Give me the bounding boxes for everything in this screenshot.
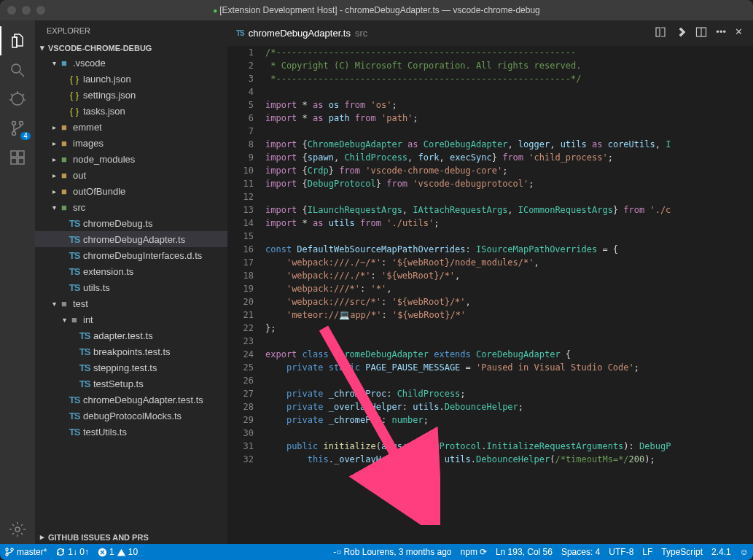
problems-status[interactable]: 1 10	[93, 547, 142, 557]
workspace-name: VSCODE-CHROME-DEBUG	[48, 44, 152, 52]
editor-tab-directory: src	[355, 28, 367, 39]
editor-tab-bar: TS chromeDebugAdapter.ts src ••• ✕	[227, 20, 753, 46]
file-tree-item[interactable]: TStestUtils.ts	[35, 424, 227, 440]
git-branch-status[interactable]: master*	[0, 547, 51, 557]
feedback-icon[interactable]: ☺	[736, 547, 753, 557]
file-tree-label: testUtils.ts	[83, 427, 127, 438]
file-tree-label: extension.ts	[83, 266, 133, 277]
file-tree-item[interactable]: ▸■images	[35, 135, 227, 151]
braces-icon: { }	[69, 106, 80, 117]
file-tree-item[interactable]: TSbreakpoints.test.ts	[35, 343, 227, 359]
status-bar: master* 1↓ 0↑ 1 10 -○ Rob Lourens, 3 mon…	[0, 544, 753, 560]
file-tree-label: out	[73, 170, 86, 181]
file-tree-item[interactable]: TSutils.ts	[35, 279, 227, 295]
language-mode[interactable]: TypeScript	[657, 547, 707, 557]
encoding-status[interactable]: UTF-8	[604, 547, 638, 557]
folder-icon: ■	[58, 138, 70, 149]
file-tree-item[interactable]: ▸■emmet	[35, 119, 227, 135]
file-tree-item[interactable]: TSdebugProtocolMocks.ts	[35, 408, 227, 424]
search-icon	[9, 61, 26, 79]
file-tree-item[interactable]: ▸■node_modules	[35, 151, 227, 167]
ts-icon: TS	[69, 234, 80, 245]
braces-icon: { }	[69, 74, 80, 85]
npm-status[interactable]: npm ⟳	[456, 547, 491, 557]
compare-changes-icon[interactable]	[655, 26, 666, 40]
file-tree-item[interactable]: TSstepping.test.ts	[35, 359, 227, 376]
more-actions-icon[interactable]: •••	[716, 26, 726, 40]
twisty-icon: ▾	[50, 300, 58, 308]
code-editor[interactable]: 1234567891011121314151617181920212223242…	[227, 46, 753, 544]
gear-icon	[9, 521, 26, 538]
source-control-tab[interactable]: 4	[0, 114, 35, 143]
folder-icon: ■	[58, 170, 70, 181]
git-sync-status[interactable]: 1↓ 0↑	[51, 547, 93, 557]
close-editor-icon[interactable]: ✕	[735, 26, 743, 40]
file-tree-item[interactable]: ▾■src	[35, 199, 227, 215]
indentation-status[interactable]: Spaces: 4	[557, 547, 604, 557]
file-tree-item[interactable]: ▾■.vscode	[35, 55, 227, 71]
folder-blue-icon: ■	[58, 58, 70, 69]
window-title: ●[Extension Development Host] - chromeDe…	[0, 5, 753, 15]
file-tree-label: debugProtocolMocks.ts	[83, 411, 182, 421]
workspace-section-header[interactable]: ▾ VSCODE-CHROME-DEBUG	[35, 41, 227, 55]
settings-tab[interactable]	[0, 515, 35, 544]
svg-rect-12	[18, 151, 24, 157]
file-tree-item[interactable]: { }launch.json	[35, 71, 227, 87]
svg-line-4	[11, 94, 12, 96]
file-tree-label: images	[73, 138, 104, 149]
ts-icon: TS	[69, 250, 80, 261]
cursor-position[interactable]: Ln 193, Col 56	[491, 547, 557, 557]
file-tree-item[interactable]: ▸■outOfBundle	[35, 183, 227, 199]
code-lines[interactable]: /*--------------------------------------…	[262, 46, 753, 544]
file-tree-item[interactable]: { }settings.json	[35, 87, 227, 103]
twisty-icon: ▸	[50, 139, 58, 147]
file-tree-item[interactable]: ▸■out	[35, 167, 227, 183]
file-tree-label: stepping.test.ts	[93, 362, 157, 373]
explorer-tab[interactable]	[0, 26, 35, 55]
svg-point-2	[12, 93, 23, 105]
git-blame-status[interactable]: -○ Rob Lourens, 3 months ago	[329, 547, 456, 557]
editor-tab-filename[interactable]: chromeDebugAdapter.ts	[249, 28, 351, 39]
file-tree-item[interactable]: TSchromeDebug.ts	[35, 215, 227, 231]
twisty-icon: ▾	[50, 203, 58, 211]
error-icon	[98, 548, 107, 557]
folder-green-icon: ■	[58, 202, 70, 213]
file-tree-label: chromeDebugAdapter.ts	[83, 234, 185, 245]
eol-status[interactable]: LF	[638, 547, 657, 557]
ts-icon: TS	[79, 330, 90, 341]
file-tree-label: adapter.test.ts	[93, 330, 153, 341]
file-tree-item[interactable]: ▾■test	[35, 295, 227, 311]
ts-icon: TS	[69, 411, 80, 421]
debug-tab[interactable]	[0, 85, 35, 114]
ts-icon: TS	[79, 346, 90, 357]
typescript-version[interactable]: 2.4.1	[707, 547, 736, 557]
file-tree-label: int	[83, 314, 93, 325]
svg-point-10	[12, 132, 16, 136]
file-tree-item[interactable]: TStestSetup.ts	[35, 376, 227, 392]
editor-actions: ••• ✕	[655, 26, 747, 40]
file-tree-item[interactable]: ▾■int	[35, 311, 227, 327]
twisty-icon: ▸	[50, 187, 58, 195]
svg-point-15	[15, 527, 20, 532]
svg-point-0	[12, 64, 20, 73]
file-tree-item[interactable]: TSadapter.test.ts	[35, 327, 227, 343]
file-tree-item[interactable]: TSchromeDebugAdapter.test.ts	[35, 392, 227, 408]
file-tree-item[interactable]: TSchromeDebugAdapter.ts	[35, 231, 227, 247]
open-changes-icon[interactable]	[675, 26, 687, 40]
github-issues-section-header[interactable]: ▸ GITHUB ISSUES AND PRS	[35, 530, 227, 544]
explorer-sidebar: EXPLORER ▾ VSCODE-CHROME-DEBUG ▾■.vscode…	[35, 20, 227, 544]
split-editor-icon[interactable]	[695, 26, 707, 40]
file-tree-item[interactable]: TSchromeDebugInterfaces.d.ts	[35, 247, 227, 263]
ts-icon: TS	[79, 378, 90, 389]
sync-icon	[55, 547, 66, 557]
search-tab[interactable]	[0, 55, 35, 85]
extensions-tab[interactable]	[0, 143, 35, 172]
file-tree-item[interactable]: TSextension.ts	[35, 263, 227, 279]
file-tree: ▾■.vscode{ }launch.json{ }settings.json{…	[35, 55, 227, 530]
twisty-icon: ▸	[50, 171, 58, 179]
file-tree-item[interactable]: { }tasks.json	[35, 103, 227, 119]
file-tree-label: tasks.json	[83, 106, 125, 117]
ts-icon: TS	[69, 266, 80, 277]
chevron-right-icon: ▸	[38, 532, 47, 542]
folder-grey-icon: ■	[58, 298, 70, 309]
